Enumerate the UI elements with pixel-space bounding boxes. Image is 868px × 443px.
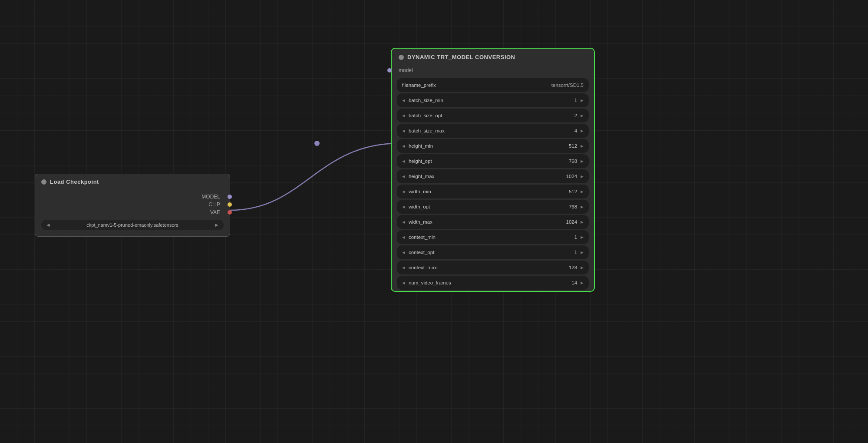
ckpt-arrow-right[interactable]: ► <box>214 222 219 228</box>
param-arrow-right-width_opt[interactable]: ► <box>580 204 584 209</box>
trt-node-title: DYNAMIC TRT_MODEL CONVERSION <box>407 54 515 60</box>
load-checkpoint-header: Load Checkpoint <box>35 174 230 189</box>
param-value-width_max: 1024 <box>560 219 577 225</box>
load-checkpoint-body: MODEL CLIP VAE ◄ ckpt_namv1-5-pruned-ema… <box>35 189 230 236</box>
param-arrow-right-context_min[interactable]: ► <box>580 235 584 240</box>
clip-output-label: CLIP <box>208 202 220 208</box>
param-arrow-left-context_min[interactable]: ◄ <box>401 235 406 240</box>
param-arrow-right-height_min[interactable]: ► <box>580 143 584 149</box>
param-arrow-right-batch_size_min[interactable]: ► <box>580 98 584 103</box>
filename-prefix-label: filename_prefix <box>402 83 436 88</box>
param-name-height_min: height_min <box>409 143 560 149</box>
param-arrow-right-num_video_frames[interactable]: ► <box>580 280 584 285</box>
param-arrow-right-batch_size_max[interactable]: ► <box>580 128 584 133</box>
param-arrow-right-batch_size_opt[interactable]: ► <box>580 113 584 118</box>
filename-prefix-row: filename_prefix tensorrt/SD1.5 <box>397 78 589 92</box>
param-arrow-right-width_min[interactable]: ► <box>580 189 584 194</box>
param-arrow-left-num_video_frames[interactable]: ◄ <box>401 280 406 285</box>
param-value-batch_size_opt: 2 <box>560 113 577 118</box>
model-port[interactable] <box>228 195 232 199</box>
param-name-batch_size_opt: batch_size_opt <box>409 113 560 118</box>
param-name-context_opt: context_opt <box>409 250 560 255</box>
model-input-port: model <box>392 66 594 77</box>
param-value-width_opt: 768 <box>560 204 577 209</box>
param-name-batch_size_max: batch_size_max <box>409 128 560 133</box>
trt-status-dot <box>399 55 404 60</box>
param-arrow-right-context_max[interactable]: ► <box>580 265 584 270</box>
param-arrow-left-height_opt[interactable]: ◄ <box>401 159 406 164</box>
param-value-num_video_frames: 14 <box>560 280 577 285</box>
param-value-batch_size_min: 1 <box>560 98 577 103</box>
param-row-context_max: ◄context_max128► <box>397 261 589 274</box>
param-row-num_video_frames: ◄num_video_frames14► <box>397 276 589 290</box>
param-value-context_opt: 1 <box>560 250 577 255</box>
clip-output-row: CLIP <box>41 202 224 208</box>
vae-output-label: VAE <box>210 209 220 215</box>
clip-port[interactable] <box>228 202 232 207</box>
model-input-dot[interactable] <box>387 68 392 73</box>
param-arrow-left-height_min[interactable]: ◄ <box>401 143 406 149</box>
param-row-height_max: ◄height_max1024► <box>397 169 589 183</box>
vae-port[interactable] <box>228 210 232 215</box>
param-rows-container: ◄batch_size_min1►◄batch_size_opt2►◄batch… <box>392 93 594 290</box>
param-row-width_min: ◄width_min512► <box>397 185 589 198</box>
param-name-width_min: width_min <box>409 189 560 194</box>
param-arrow-left-context_max[interactable]: ◄ <box>401 265 406 270</box>
model-output-row: MODEL <box>41 194 224 200</box>
ckpt-arrow-left[interactable]: ◄ <box>46 222 51 228</box>
model-input-label: model <box>399 67 413 73</box>
param-name-width_max: width_max <box>409 219 560 225</box>
param-row-batch_size_max: ◄batch_size_max4► <box>397 124 589 138</box>
param-value-width_min: 512 <box>560 189 577 194</box>
filename-prefix-value: tensorrt/SD1.5 <box>551 83 584 88</box>
param-name-batch_size_min: batch_size_min <box>409 98 560 103</box>
param-arrow-right-width_max[interactable]: ► <box>580 219 584 225</box>
param-arrow-left-width_max[interactable]: ◄ <box>401 219 406 225</box>
ckpt-slider-row[interactable]: ◄ ckpt_namv1-5-pruned-emaonly.safetensor… <box>41 220 224 230</box>
trt-node-body: model filename_prefix tensorrt/SD1.5 ◄ba… <box>392 66 594 290</box>
param-row-context_opt: ◄context_opt1► <box>397 245 589 259</box>
load-checkpoint-node: Load Checkpoint MODEL CLIP VAE ◄ ckpt_na… <box>35 174 230 237</box>
load-checkpoint-title: Load Checkpoint <box>50 179 99 185</box>
param-value-batch_size_max: 4 <box>560 128 577 133</box>
param-name-width_opt: width_opt <box>409 204 560 209</box>
param-name-num_video_frames: num_video_frames <box>409 280 560 285</box>
param-row-context_min: ◄context_min1► <box>397 230 589 244</box>
param-arrow-left-context_opt[interactable]: ◄ <box>401 250 406 255</box>
param-value-height_max: 1024 <box>560 174 577 179</box>
param-value-context_min: 1 <box>560 235 577 240</box>
vae-output-row: VAE <box>41 209 224 215</box>
param-row-batch_size_opt: ◄batch_size_opt2► <box>397 109 589 122</box>
param-arrow-left-batch_size_min[interactable]: ◄ <box>401 98 406 103</box>
model-output-label: MODEL <box>201 194 220 200</box>
param-row-height_opt: ◄height_opt768► <box>397 154 589 168</box>
param-arrow-left-width_min[interactable]: ◄ <box>401 189 406 194</box>
param-arrow-right-context_opt[interactable]: ► <box>580 250 584 255</box>
ckpt-slider-label: ckpt_namv1-5-pruned-emaonly.safetensors <box>51 222 214 228</box>
param-name-context_min: context_min <box>409 235 560 240</box>
param-row-batch_size_min: ◄batch_size_min1► <box>397 93 589 107</box>
param-name-height_max: height_max <box>409 174 560 179</box>
param-arrow-left-width_opt[interactable]: ◄ <box>401 204 406 209</box>
svg-point-0 <box>314 141 320 146</box>
param-arrow-left-batch_size_max[interactable]: ◄ <box>401 128 406 133</box>
trt-node-header: DYNAMIC TRT_MODEL CONVERSION <box>392 49 594 66</box>
param-arrow-left-batch_size_opt[interactable]: ◄ <box>401 113 406 118</box>
param-row-width_max: ◄width_max1024► <box>397 215 589 229</box>
param-name-height_opt: height_opt <box>409 159 560 164</box>
load-checkpoint-status-dot <box>41 179 46 185</box>
param-value-height_opt: 768 <box>560 159 577 164</box>
param-row-height_min: ◄height_min512► <box>397 139 589 153</box>
param-value-height_min: 512 <box>560 143 577 149</box>
param-name-context_max: context_max <box>409 265 560 270</box>
trt-node: DYNAMIC TRT_MODEL CONVERSION model filen… <box>391 48 595 292</box>
param-arrow-right-height_opt[interactable]: ► <box>580 159 584 164</box>
param-arrow-left-height_max[interactable]: ◄ <box>401 174 406 179</box>
param-value-context_max: 128 <box>560 265 577 270</box>
param-row-width_opt: ◄width_opt768► <box>397 200 589 214</box>
param-arrow-right-height_max[interactable]: ► <box>580 174 584 179</box>
